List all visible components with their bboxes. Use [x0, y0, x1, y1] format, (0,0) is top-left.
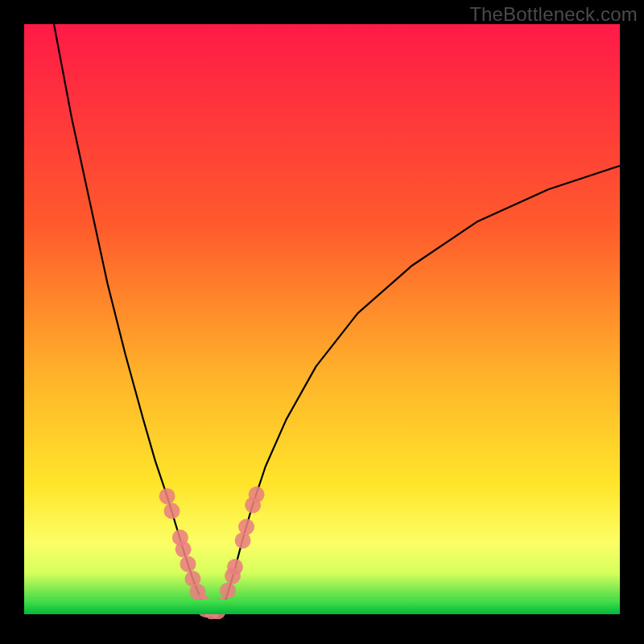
data-point [175, 541, 192, 557]
data-point [164, 503, 180, 519]
chart-stage: TheBottleneck.com [0, 0, 644, 644]
plot-area [24, 24, 620, 614]
data-point [249, 486, 265, 502]
data-point [220, 583, 236, 599]
bottleneck-curve [54, 24, 620, 611]
data-point [227, 559, 243, 575]
data-point [238, 519, 254, 535]
watermark-text: TheBottleneck.com [469, 3, 638, 26]
data-point [180, 556, 196, 572]
data-point [235, 532, 251, 548]
green-band [24, 600, 620, 614]
curve-svg [24, 24, 620, 614]
data-point [159, 488, 175, 504]
